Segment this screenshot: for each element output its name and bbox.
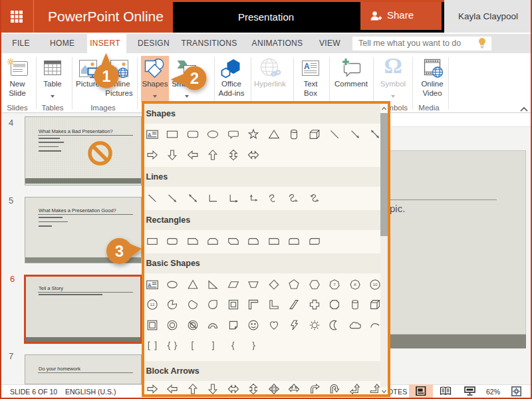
svg-text:12: 12 [150,302,154,307]
svg-text:A: A [304,62,310,71]
svg-text:8: 8 [354,282,356,287]
svg-text:10: 10 [373,282,378,287]
svg-text:7: 7 [333,282,336,287]
svg-text:Ω: Ω [384,57,402,77]
